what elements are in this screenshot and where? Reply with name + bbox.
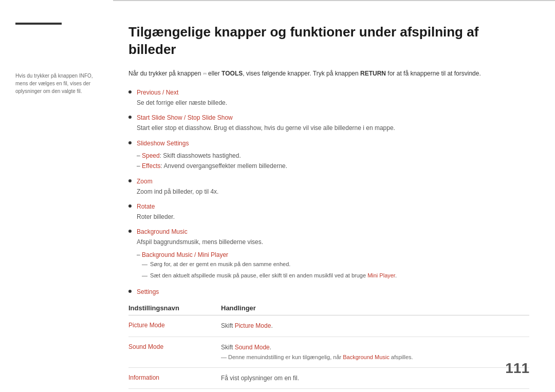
rotate-link: Rotate [137, 203, 155, 210]
bullet-dot [128, 204, 132, 208]
page-container: Hvis du trykker på knappen INFO, mens de… [0, 0, 555, 392]
bullet-dot [128, 230, 132, 233]
bgmusic-link: Background Music [137, 228, 188, 235]
bullet-content-zoom: Zoom Zoom ind på billeder, op til 4x. [137, 177, 529, 197]
list-item-previous-next: Previous / Next Se det forrige eller næs… [128, 88, 529, 108]
bgmusic-desc: Afspil baggrundsmusik, mens billederne v… [137, 237, 529, 247]
table-col2-picture-mode: Skift Picture Mode. [221, 321, 529, 331]
sound-mode-link: Sound Mode [235, 344, 270, 351]
settings-table: Indstillingsnavn Handlinger Picture Mode… [128, 304, 529, 389]
table-col2-sound-mode: Skift Sound Mode. ― Denne menuindstillin… [221, 342, 529, 362]
bullet-content-bgmusic: Background Music Afspil baggrundsmusik, … [137, 227, 529, 282]
sub-item-speed: Speed: Skift diasshowets hastighed. [137, 151, 529, 161]
list-item-bgmusic: Background Music Afspil baggrundsmusik, … [128, 227, 529, 282]
table-row-information: Information Få vist oplysninger om en fi… [128, 368, 529, 389]
note-item-1: ― Sørg for, at der er gemt en musik på d… [137, 260, 529, 269]
note-text-1: Sørg for, at der er gemt en musik på den… [150, 260, 290, 269]
intro-text: Når du trykker på knappen ⎓ eller TOOLS,… [128, 69, 529, 79]
bullet-content-previous-next: Previous / Next Se det forrige eller næs… [137, 88, 529, 108]
settings-final-link: Settings [137, 288, 159, 295]
table-col1-picture-mode: Picture Mode [128, 321, 221, 329]
note-text-2: Sæt den aktuelt afspillede musik på paus… [150, 271, 397, 281]
bullet-dot [128, 116, 132, 119]
rotate-desc: Roter billeder. [137, 212, 529, 222]
bullet-list: Previous / Next Se det forrige eller næs… [128, 88, 529, 297]
table-header-col2: Handlinger [221, 304, 529, 312]
bullet-content-rotate: Rotate Roter billeder. [137, 202, 529, 222]
sub-list-settings: Speed: Skift diasshowets hastighed. Effe… [137, 151, 529, 172]
page-number: 111 [505, 360, 529, 377]
bullet-dot [128, 90, 132, 94]
list-item-slideshow: Start Slide Show / Stop Slide Show Start… [128, 113, 529, 133]
sub-item-miniplayer: Background Music / Mini Player [137, 250, 529, 260]
table-header-col1: Indstillingsnavn [128, 304, 221, 312]
slideshow-desc: Start eller stop et diasshow. Brug et di… [137, 123, 529, 133]
list-item-settings: Slideshow Settings Speed: Skift diasshow… [128, 139, 529, 172]
sub-item-effects: Effects: Anvend overgangseffekter mellem… [137, 161, 529, 171]
table-col2-information: Få vist oplysninger om en fil. [221, 373, 529, 383]
table-row-picture-mode: Picture Mode Skift Picture Mode. [128, 315, 529, 337]
table-row-sound-mode: Sound Mode Skift Sound Mode. ― Denne men… [128, 337, 529, 368]
table-col1-information: Information [128, 373, 221, 381]
zoom-desc: Zoom ind på billeder, op til 4x. [137, 187, 529, 197]
list-item-zoom: Zoom Zoom ind på billeder, op til 4x. [128, 177, 529, 197]
bullet-content-settings: Slideshow Settings Speed: Skift diasshow… [137, 139, 529, 172]
note-item-2: ― Sæt den aktuelt afspillede musik på pa… [137, 271, 529, 281]
sound-mode-sub-note: ― Denne menuindstilling er kun tilgængel… [221, 352, 529, 362]
page-title: Tilgængelige knapper og funktioner under… [128, 24, 529, 59]
table-header-row: Indstillingsnavn Handlinger [128, 304, 529, 315]
list-item-rotate: Rotate Roter billeder. [128, 202, 529, 222]
sidebar: Hvis du trykker på knappen INFO, mens de… [0, 0, 113, 392]
bullet-content-settings-final: Settings [137, 287, 529, 297]
bullet-dot [128, 141, 132, 144]
table-col1-sound-mode: Sound Mode [128, 342, 221, 350]
list-item-settings-final: Settings [128, 287, 529, 297]
previous-next-link: Previous / Next [137, 89, 178, 96]
bullet-dot [128, 179, 132, 182]
slideshow-settings-link: Slideshow Settings [137, 140, 189, 147]
sidebar-bar [15, 23, 62, 25]
sidebar-note: Hvis du trykker på knappen INFO, mens de… [15, 72, 103, 95]
zoom-link: Zoom [137, 178, 153, 185]
main-content: Tilgængelige knapper og funktioner under… [113, 0, 555, 392]
slideshow-link: Start Slide Show / Stop Slide Show [137, 114, 233, 121]
sub-list-bgmusic: Background Music / Mini Player [137, 250, 529, 260]
picture-mode-link: Picture Mode [235, 322, 271, 329]
bullet-content-slideshow: Start Slide Show / Stop Slide Show Start… [137, 113, 529, 133]
bullet-dot [128, 290, 132, 293]
previous-next-desc: Se det forrige eller næste billede. [137, 98, 529, 108]
